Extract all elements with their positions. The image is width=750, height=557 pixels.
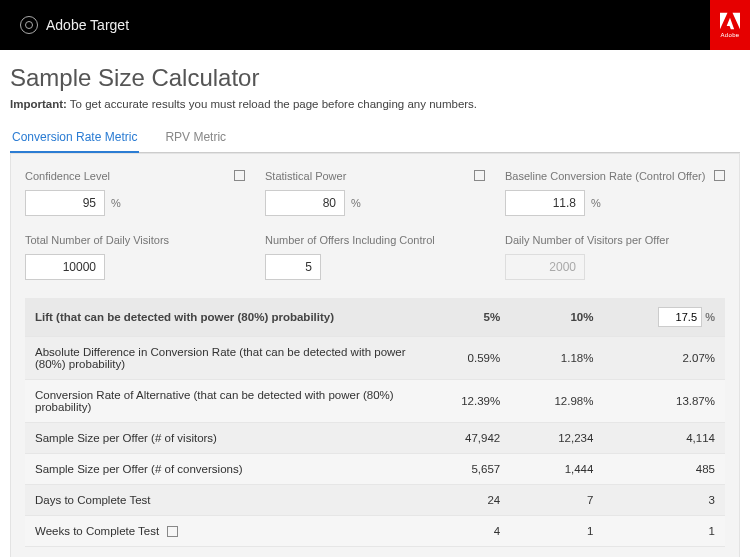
- confidence-unit: %: [111, 197, 121, 209]
- table-row: Weeks to Complete Test411: [25, 516, 725, 547]
- baseline-unit: %: [591, 197, 601, 209]
- target-icon: [20, 16, 38, 34]
- row-label: Absolute Difference in Conversion Rate (…: [25, 337, 417, 380]
- tabs: Conversion Rate Metric RPV Metric: [10, 124, 740, 153]
- cell-value: 0.59%: [417, 337, 510, 380]
- offers-input[interactable]: [265, 254, 321, 280]
- cell-value: 4: [417, 516, 510, 547]
- tab-rpv[interactable]: RPV Metric: [163, 124, 228, 152]
- calculator-panel: Confidence Level % Statistical Power % B…: [10, 153, 740, 557]
- cell-value: 1: [510, 516, 603, 547]
- baseline-label: Baseline Conversion Rate (Control Offer): [505, 170, 725, 182]
- field-offers: Number of Offers Including Control: [265, 234, 485, 280]
- note-strong: Important:: [10, 98, 67, 110]
- header-col-2: 10%: [510, 298, 603, 337]
- row-label: Sample Size per Offer (# of visitors): [25, 423, 417, 454]
- confidence-label: Confidence Level: [25, 170, 245, 182]
- power-input[interactable]: [265, 190, 345, 216]
- header-col-3: %: [603, 298, 725, 337]
- field-visitors: Total Number of Daily Visitors: [25, 234, 245, 280]
- row-label: Weeks to Complete Test: [25, 516, 417, 547]
- power-unit: %: [351, 197, 361, 209]
- offers-label: Number of Offers Including Control: [265, 234, 485, 246]
- brand: Adobe Target: [20, 16, 129, 34]
- top-bar: Adobe Target Adobe: [0, 0, 750, 50]
- row-label: Conversion Rate of Alternative (that can…: [25, 380, 417, 423]
- lock-icon[interactable]: [714, 170, 725, 181]
- important-note: Important: To get accurate results you m…: [10, 98, 740, 110]
- note-rest: To get accurate results you must reload …: [67, 98, 477, 110]
- table-row: Sample Size per Offer (# of visitors)47,…: [25, 423, 725, 454]
- cell-value: 24: [417, 485, 510, 516]
- cell-value: 12.98%: [510, 380, 603, 423]
- field-per-offer: Daily Number of Visitors per Offer: [505, 234, 725, 280]
- field-power: Statistical Power %: [265, 170, 485, 216]
- table-row: Sample Size per Offer (# of conversions)…: [25, 454, 725, 485]
- confidence-input[interactable]: [25, 190, 105, 216]
- cell-value: 1.18%: [510, 337, 603, 380]
- per-offer-output: [505, 254, 585, 280]
- cell-value: 12.39%: [417, 380, 510, 423]
- cell-value: 47,942: [417, 423, 510, 454]
- field-baseline: Baseline Conversion Rate (Control Offer)…: [505, 170, 725, 216]
- cell-value: 485: [603, 454, 725, 485]
- page-body: Sample Size Calculator Important: To get…: [0, 50, 750, 557]
- results-table: Lift (that can be detected with power (8…: [25, 298, 725, 547]
- header-lift: Lift (that can be detected with power (8…: [25, 298, 417, 337]
- header-col-1: 5%: [417, 298, 510, 337]
- cell-value: 3: [603, 485, 725, 516]
- cell-value: 5,657: [417, 454, 510, 485]
- baseline-input[interactable]: [505, 190, 585, 216]
- table-header-row: Lift (that can be detected with power (8…: [25, 298, 725, 337]
- cell-value: 1,444: [510, 454, 603, 485]
- input-row-2: Total Number of Daily Visitors Number of…: [25, 234, 725, 280]
- cell-value: 1: [603, 516, 725, 547]
- field-confidence: Confidence Level %: [25, 170, 245, 216]
- cell-value: 13.87%: [603, 380, 725, 423]
- page-title: Sample Size Calculator: [10, 64, 740, 92]
- adobe-a-icon: [720, 12, 740, 30]
- tab-conversion-rate[interactable]: Conversion Rate Metric: [10, 124, 139, 152]
- cell-value: 7: [510, 485, 603, 516]
- visitors-label: Total Number of Daily Visitors: [25, 234, 245, 246]
- per-offer-label: Daily Number of Visitors per Offer: [505, 234, 725, 246]
- row-label: Sample Size per Offer (# of conversions): [25, 454, 417, 485]
- table-row: Conversion Rate of Alternative (that can…: [25, 380, 725, 423]
- lock-icon[interactable]: [474, 170, 485, 181]
- lock-icon[interactable]: [234, 170, 245, 181]
- adobe-logo: Adobe: [710, 0, 750, 50]
- input-row-1: Confidence Level % Statistical Power % B…: [25, 170, 725, 216]
- brand-text: Adobe Target: [46, 17, 129, 33]
- lift-input[interactable]: [658, 307, 702, 327]
- table-row: Absolute Difference in Conversion Rate (…: [25, 337, 725, 380]
- adobe-logo-text: Adobe: [721, 32, 740, 38]
- lock-icon[interactable]: [167, 526, 178, 537]
- visitors-input[interactable]: [25, 254, 105, 280]
- cell-value: 12,234: [510, 423, 603, 454]
- power-label: Statistical Power: [265, 170, 485, 182]
- lift-unit: %: [705, 311, 715, 323]
- cell-value: 4,114: [603, 423, 725, 454]
- table-row: Days to Complete Test2473: [25, 485, 725, 516]
- cell-value: 2.07%: [603, 337, 725, 380]
- row-label: Days to Complete Test: [25, 485, 417, 516]
